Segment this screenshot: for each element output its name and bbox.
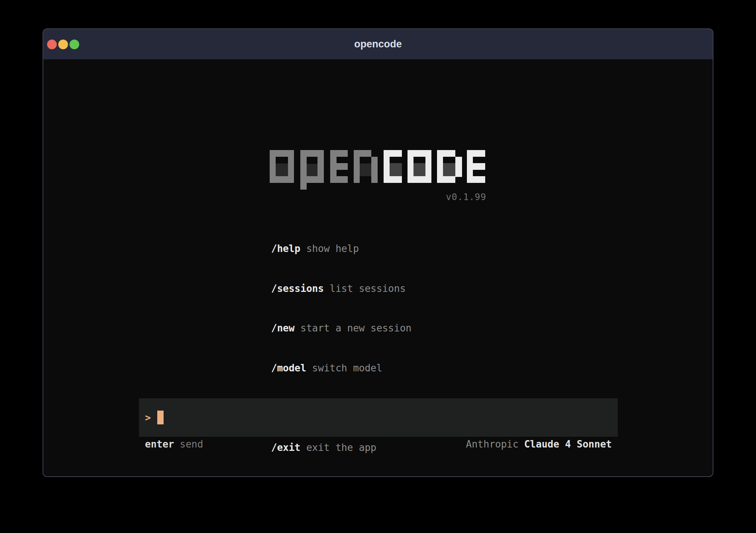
send-action-label: send	[180, 439, 203, 450]
window-titlebar[interactable]: opencode	[43, 29, 713, 59]
opencode-logo	[270, 150, 486, 190]
screen: opencode	[0, 0, 756, 533]
command-name: /sessions	[271, 283, 324, 294]
command-row: /new start a new session	[271, 322, 486, 335]
command-desc: start a new session	[300, 322, 411, 334]
text-cursor	[157, 411, 164, 424]
command-name: /new	[271, 322, 295, 334]
traffic-lights	[47, 29, 79, 59]
minimize-button[interactable]	[58, 40, 68, 49]
provider-label: Anthropic	[466, 439, 518, 450]
command-row: /sessions list sessions	[271, 282, 486, 296]
enter-key-label: enter	[145, 439, 174, 450]
command-desc: show help	[306, 243, 359, 254]
close-button[interactable]	[47, 40, 57, 49]
version-label: v0.1.99	[270, 192, 486, 202]
logo-shade-code	[390, 163, 455, 176]
command-name: /help	[271, 243, 300, 254]
opencode-window: opencode	[43, 28, 713, 477]
window-title: opencode	[354, 38, 402, 50]
command-row: /model switch model	[271, 362, 486, 375]
model-label: Claude 4 Sonnet	[524, 439, 612, 450]
prompt-chevron: >	[145, 413, 151, 423]
command-row: /help show help	[271, 242, 486, 256]
command-name: /model	[271, 362, 306, 374]
model-indicator: AnthropicClaude 4 Sonnet	[466, 438, 612, 451]
message-input[interactable]: >	[139, 398, 618, 437]
status-bar: entersend AnthropicClaude 4 Sonnet	[145, 438, 612, 451]
command-desc: switch model	[312, 362, 382, 374]
send-hint: entersend	[145, 438, 203, 451]
zoom-button[interactable]	[69, 40, 79, 49]
command-desc: list sessions	[330, 283, 406, 294]
terminal-content: v0.1.99 /help show help /sessions list s…	[43, 59, 713, 477]
